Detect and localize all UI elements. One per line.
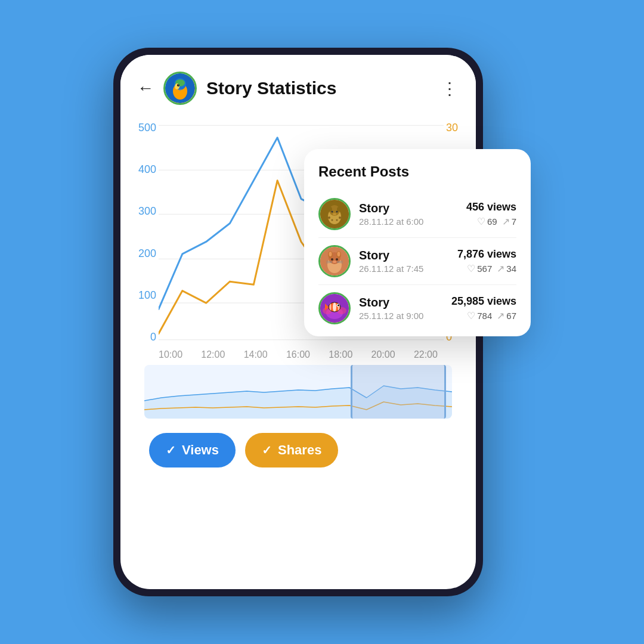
post-info-3: Story 25.11.12 at 9:00: [359, 296, 443, 321]
x-label-2200: 22:00: [414, 349, 438, 360]
post-avatar-3: [318, 292, 351, 324]
post-share-3: ↗ 67: [497, 310, 516, 321]
post-name-3: Story: [359, 296, 443, 309]
heart-icon-3: ♡: [467, 310, 475, 321]
post-like-3: ♡ 784: [467, 310, 492, 321]
post-views-2: 7,876 views: [457, 248, 516, 261]
post-name-1: Story: [359, 202, 458, 215]
post-like-2: ♡ 567: [467, 263, 492, 274]
post-like-1: ♡ 69: [477, 216, 497, 227]
recent-posts-title: Recent Posts: [318, 163, 516, 180]
post-avatar-1: [318, 198, 351, 230]
y-axis-left: 500 400 300 200 100 0: [132, 119, 156, 346]
page-title: Story Statistics: [206, 78, 432, 98]
svg-point-22: [328, 216, 330, 219]
y-label-500: 500: [132, 122, 156, 134]
post-like-count-1: 69: [487, 216, 497, 227]
svg-point-20: [336, 211, 338, 213]
post-date-1: 28.11.12 at 6:00: [359, 216, 458, 227]
views-button[interactable]: ✓ Views: [149, 433, 236, 467]
cheetah-image: [320, 200, 349, 228]
shares-button[interactable]: ✓ Shares: [245, 433, 338, 467]
post-like-count-2: 567: [477, 264, 492, 274]
post-info-2: Story 26.11.12 at 7:45: [359, 249, 449, 274]
svg-point-18: [337, 207, 340, 212]
avatar: [163, 72, 197, 105]
list-item: Story 26.11.12 at 7:45 7,876 views ♡ 567…: [318, 238, 516, 285]
header: ←: [120, 55, 476, 114]
post-share-count-3: 67: [506, 311, 516, 321]
heart-icon-1: ♡: [477, 216, 485, 227]
menu-button[interactable]: ⋮: [441, 79, 459, 98]
post-share-1: ↗ 7: [502, 216, 516, 227]
bottom-buttons: ✓ Views ✓ Shares: [132, 423, 464, 485]
post-views-1: 456 views: [466, 201, 516, 213]
svg-point-23: [339, 216, 341, 219]
shares-label: Shares: [278, 442, 321, 458]
svg-point-33: [331, 258, 333, 261]
share-icon-3: ↗: [497, 310, 504, 321]
y-label-200: 200: [132, 247, 156, 260]
y-label-right-30: 30: [446, 122, 464, 134]
post-info-1: Story 28.11.12 at 6:00: [359, 202, 458, 227]
post-stats-3: 25,985 views ♡ 784 ↗ 67: [451, 295, 516, 321]
svg-point-32: [338, 252, 340, 256]
svg-point-34: [336, 258, 338, 261]
mini-chart[interactable]: [144, 365, 452, 419]
post-avatar-2: [318, 245, 351, 277]
x-axis: 10:00 12:00 14:00 16:00 18:00 20:00 22:0…: [132, 346, 464, 360]
x-label-2000: 20:00: [371, 349, 395, 360]
svg-point-50: [338, 305, 339, 306]
svg-point-6: [178, 85, 179, 85]
svg-point-24: [332, 219, 333, 221]
mini-chart-selection[interactable]: [351, 365, 446, 419]
x-label-1000: 10:00: [159, 349, 182, 360]
x-label-1400: 14:00: [244, 349, 268, 360]
cat-image: [320, 247, 349, 275]
phone-container: ←: [113, 48, 531, 596]
recent-posts-card: Recent Posts: [304, 149, 531, 336]
y-label-100: 100: [132, 289, 156, 302]
post-interactions-1: ♡ 69 ↗ 7: [466, 216, 516, 227]
back-button[interactable]: ←: [137, 79, 154, 98]
svg-point-21: [333, 213, 336, 215]
post-share-count-1: 7: [512, 216, 516, 227]
svg-point-31: [329, 252, 332, 256]
post-stats-1: 456 views ♡ 69 ↗ 7: [466, 201, 516, 227]
y-label-400: 400: [132, 163, 156, 176]
x-label-1600: 16:00: [286, 349, 310, 360]
post-name-2: Story: [359, 249, 449, 262]
heart-icon-2: ♡: [467, 263, 475, 274]
views-check-icon: ✓: [166, 443, 176, 457]
x-label-1800: 18:00: [329, 349, 352, 360]
post-interactions-2: ♡ 567 ↗ 34: [457, 263, 516, 274]
post-stats-2: 7,876 views ♡ 567 ↗ 34: [457, 248, 516, 274]
avatar-image: [165, 73, 195, 103]
shares-check-icon: ✓: [262, 443, 272, 457]
views-label: Views: [182, 442, 219, 458]
fish-image: [320, 294, 349, 323]
y-label-300: 300: [132, 205, 156, 218]
share-icon-2: ↗: [497, 263, 504, 274]
list-item: Story 25.11.12 at 9:00 25,985 views ♡ 78…: [318, 285, 516, 324]
svg-point-25: [336, 219, 338, 221]
svg-point-45: [333, 302, 336, 312]
post-date-3: 25.11.12 at 9:00: [359, 311, 443, 321]
share-icon-1: ↗: [502, 216, 510, 227]
post-share-2: ↗ 34: [497, 263, 516, 274]
svg-point-19: [332, 211, 333, 213]
y-label-0: 0: [132, 331, 156, 343]
list-item: Story 28.11.12 at 6:00 456 views ♡ 69 ↗ …: [318, 191, 516, 238]
post-views-3: 25,985 views: [451, 295, 516, 308]
post-share-count-2: 34: [506, 264, 516, 274]
post-like-count-3: 784: [477, 311, 492, 321]
svg-point-35: [333, 261, 336, 263]
x-label-1200: 12:00: [201, 349, 225, 360]
svg-point-17: [329, 207, 332, 212]
post-date-2: 26.11.12 at 7:45: [359, 264, 449, 274]
svg-point-5: [177, 84, 179, 86]
post-interactions-3: ♡ 784 ↗ 67: [451, 310, 516, 321]
